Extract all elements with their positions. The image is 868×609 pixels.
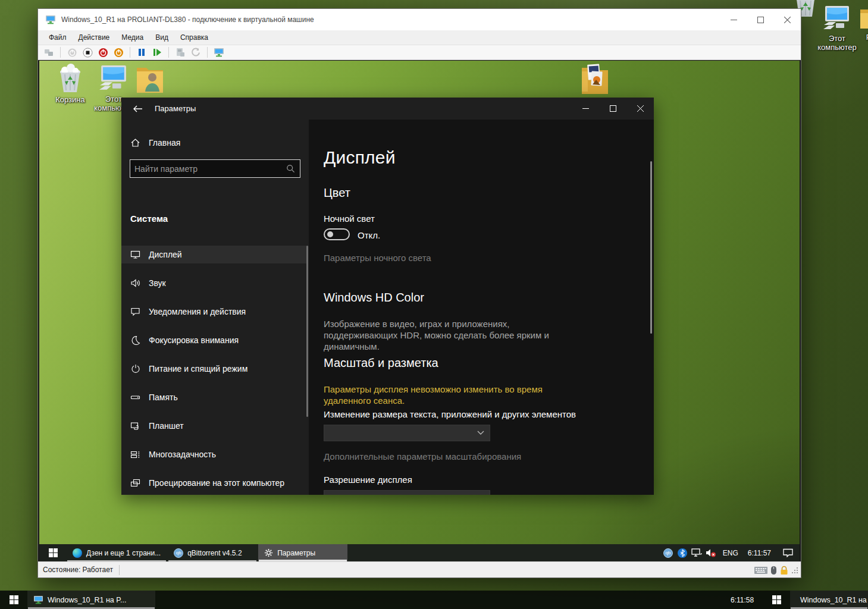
- taskbar-settings-button[interactable]: Параметры: [258, 544, 347, 561]
- host-start-button-monitor2[interactable]: [763, 591, 790, 609]
- vm-close-button[interactable]: [774, 9, 801, 30]
- shutdown-vm-button[interactable]: [112, 46, 124, 58]
- sidebar-item-power-sleep[interactable]: Питание и спящий режим: [121, 360, 307, 378]
- guest-start-button[interactable]: [39, 544, 67, 561]
- menu-media[interactable]: Медиа: [115, 31, 149, 44]
- host-taskbar: Windows_10_R1 на P... 6:11:58 Windows_10…: [0, 591, 868, 609]
- sidebar-item-storage[interactable]: Память: [121, 388, 307, 406]
- vm-menubar: Файл Действие Медиа Вид Справка: [38, 30, 801, 45]
- save-vm-button[interactable]: [174, 46, 186, 58]
- guest-user-folder-icon[interactable]: [134, 63, 165, 94]
- toolbar-separator: [60, 47, 61, 58]
- tray-qbittorrent-icon[interactable]: qb: [661, 544, 675, 561]
- action-center-icon[interactable]: [776, 544, 800, 561]
- scale-dropdown[interactable]: [324, 425, 490, 441]
- resume-vm-button[interactable]: [151, 46, 163, 58]
- menu-help[interactable]: Справка: [174, 31, 214, 44]
- play-icon: [153, 48, 161, 56]
- menu-action[interactable]: Действие: [73, 31, 116, 44]
- tray-clock[interactable]: 6:11:57: [743, 549, 776, 557]
- host-this-pc-icon[interactable]: Этот компьютер: [817, 5, 857, 52]
- host-taskbar-vm-button-monitor2[interactable]: Windows_10_R1 на P...: [790, 591, 868, 609]
- hdr-section-header: Windows HD Color: [324, 291, 424, 304]
- settings-window: Параметры: [121, 98, 654, 495]
- search-input[interactable]: [130, 164, 286, 174]
- host-clock[interactable]: 6:11:58: [731, 591, 754, 609]
- stop-vm-button[interactable]: [82, 46, 93, 58]
- sidebar-home-label: Главная: [149, 138, 180, 147]
- sidebar-item-display[interactable]: Дисплей: [121, 246, 307, 263]
- tray-bluetooth-icon[interactable]: [675, 544, 690, 561]
- scale-section-header: Масштаб и разметка: [324, 356, 438, 370]
- sidebar-item-home[interactable]: Главная: [121, 134, 309, 152]
- remote-session-warning: Параметры дисплея невозможно изменить во…: [324, 384, 585, 406]
- toolbar-separator: [207, 47, 208, 58]
- guest-recycle-bin-icon[interactable]: Корзина: [46, 64, 94, 104]
- settings-minimize-button[interactable]: [572, 98, 599, 120]
- toolbar-separator: [130, 47, 130, 58]
- guest-pictures-folder-icon[interactable]: [579, 62, 610, 95]
- mouse-status-icon: [770, 566, 777, 575]
- display-icon: [130, 250, 140, 260]
- this-pc-icon: [822, 5, 853, 32]
- menu-view[interactable]: Вид: [149, 31, 174, 44]
- settings-main-pane: Дисплей Цвет Ночной свет Откл. Параметры…: [309, 120, 654, 495]
- vm-titlebar[interactable]: Windows_10_R1 на PROLIANT-DL380 - подклю…: [38, 9, 801, 30]
- taskbar-qbittorrent-button[interactable]: qb qBittorrent v4.5.2: [168, 544, 257, 561]
- tray-network-icon[interactable]: [690, 544, 704, 561]
- notifications-icon: [130, 307, 140, 317]
- pause-vm-button[interactable]: [136, 46, 148, 58]
- revert-checkpoint-button[interactable]: [190, 46, 202, 58]
- search-icon[interactable]: [286, 164, 295, 173]
- vm-maximize-button[interactable]: [747, 9, 774, 30]
- sidebar-item-projecting[interactable]: Проецирование на этот компьютер: [121, 474, 307, 492]
- sidebar-section-header: Система: [130, 214, 168, 224]
- main-scrollbar[interactable]: [650, 161, 652, 334]
- ctrl-alt-del-button[interactable]: [43, 46, 55, 58]
- save-disabled-icon: [176, 48, 185, 57]
- pause-icon: [138, 48, 145, 56]
- turn-off-vm-button[interactable]: [97, 46, 109, 58]
- host-taskbar-vm-button[interactable]: Windows_10_R1 на P...: [27, 591, 155, 609]
- host-start-button[interactable]: [0, 591, 27, 609]
- host-user-folder-icon[interactable]: Ром: [856, 5, 868, 42]
- resize-grip[interactable]: [791, 567, 798, 574]
- sidebar-item-focus-assist[interactable]: Фокусировка внимания: [121, 331, 307, 349]
- power-disabled-icon: [67, 48, 77, 58]
- checkpoint-button[interactable]: [213, 46, 225, 58]
- moon-icon: [130, 335, 140, 346]
- tray-volume-muted-icon[interactable]: [704, 544, 718, 561]
- advanced-scaling-link[interactable]: Дополнительные параметры масштабирования: [324, 451, 521, 462]
- night-light-settings-link[interactable]: Параметры ночного света: [324, 253, 431, 263]
- vm-status-text: Состояние: Работает: [43, 566, 113, 574]
- guest-recycle-bin-label: Корзина: [55, 95, 85, 104]
- sidebar-item-notifications[interactable]: Уведомления и действия: [121, 303, 307, 321]
- sidebar-scrollbar[interactable]: [306, 246, 308, 417]
- sidebar-item-sound[interactable]: Звук: [121, 274, 307, 292]
- minimize-icon: [582, 105, 589, 112]
- tray-language-indicator[interactable]: ENG: [718, 549, 743, 557]
- guest-taskbar: Дзен и еще 1 страни... qb qBittorrent v4…: [39, 544, 800, 561]
- settings-maximize-button[interactable]: [599, 98, 626, 120]
- start-vm-button[interactable]: [66, 46, 78, 58]
- menu-file[interactable]: Файл: [43, 31, 73, 44]
- gear-icon: [264, 548, 273, 557]
- resolution-dropdown[interactable]: [324, 490, 490, 495]
- sidebar-item-multitasking[interactable]: Многозадачность: [121, 445, 307, 463]
- vm-connection-window: Windows_10_R1 на PROLIANT-DL380 - подклю…: [37, 8, 801, 578]
- stop-icon: [83, 48, 93, 58]
- home-icon: [130, 138, 140, 148]
- recycle-bin-icon: [56, 64, 84, 93]
- back-arrow-icon: [133, 105, 143, 113]
- back-button[interactable]: [129, 102, 146, 116]
- vm-minimize-button[interactable]: [720, 9, 747, 30]
- vm-monitor-icon: [214, 48, 224, 57]
- status-separator: [119, 565, 120, 575]
- settings-close-button[interactable]: [626, 98, 654, 120]
- windows-logo-icon: [772, 595, 781, 604]
- sidebar-item-tablet[interactable]: Планшет: [121, 417, 307, 435]
- night-light-toggle[interactable]: [324, 228, 350, 240]
- maximize-icon: [757, 17, 764, 23]
- taskbar-edge-button[interactable]: Дзен и еще 1 страни...: [67, 544, 167, 561]
- settings-titlebar[interactable]: Параметры: [121, 98, 654, 120]
